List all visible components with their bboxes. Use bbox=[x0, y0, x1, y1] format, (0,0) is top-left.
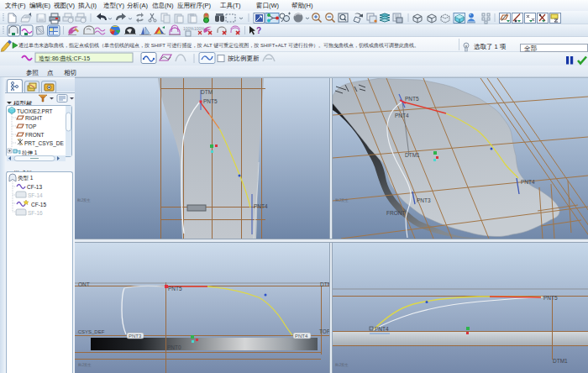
svg-text:SF-16: SF-16 bbox=[28, 210, 43, 216]
svg-text:PNT4: PNT4 bbox=[521, 179, 535, 185]
svg-text:类型 1: 类型 1 bbox=[18, 175, 34, 181]
svg-text:航J发生: 航J发生 bbox=[335, 197, 349, 202]
svg-text:DTM1: DTM1 bbox=[553, 358, 568, 364]
svg-text:TOP: TOP bbox=[25, 123, 36, 129]
svg-text:PNT5: PNT5 bbox=[543, 295, 558, 301]
svg-text:100%: 100% bbox=[183, 26, 194, 31]
svg-text:CF-13: CF-13 bbox=[27, 184, 42, 190]
svg-text:100%: 100% bbox=[194, 26, 205, 31]
svg-text:PNT0: PNT0 bbox=[167, 344, 181, 350]
svg-text:造型:86:曲线:CF-15: 造型:86:曲线:CF-15 bbox=[39, 55, 90, 62]
svg-text:PNT4: PNT4 bbox=[375, 326, 389, 332]
svg-text:FRONT: FRONT bbox=[25, 132, 44, 138]
svg-text:TUOXIE2.PRT: TUOXIE2.PRT bbox=[17, 108, 53, 114]
svg-text:PNT4: PNT4 bbox=[254, 203, 268, 209]
svg-text:PNT3: PNT3 bbox=[129, 334, 142, 339]
svg-text:航J发生: 航J发生 bbox=[335, 362, 349, 367]
svg-text:PNT5: PNT5 bbox=[405, 96, 419, 102]
svg-text:PNT3: PNT3 bbox=[417, 197, 431, 203]
svg-text:FRONT: FRONT bbox=[386, 210, 405, 216]
svg-text:PNT5: PNT5 bbox=[203, 98, 218, 104]
svg-text:RIGHT: RIGHT bbox=[25, 115, 42, 121]
svg-text:PNT4: PNT4 bbox=[395, 113, 409, 118]
svg-text:PNT5: PNT5 bbox=[168, 286, 182, 292]
svg-text:拉伸 1: 拉伸 1 bbox=[22, 150, 38, 155]
svg-text:SF-14: SF-14 bbox=[28, 192, 43, 198]
svg-text:TOP: TOP bbox=[319, 328, 329, 334]
svg-text:DTM: DTM bbox=[320, 281, 329, 287]
svg-text:CF-15: CF-15 bbox=[31, 202, 46, 208]
svg-text:.CSYS_DEF: .CSYS_DEF bbox=[76, 329, 105, 334]
svg-text:DTM: DTM bbox=[201, 89, 213, 95]
svg-text:按比例更新: 按比例更新 bbox=[228, 55, 260, 62]
svg-text:?: ? bbox=[256, 26, 261, 35]
svg-text:航J发生: 航J发生 bbox=[78, 362, 92, 367]
svg-text:航J发生: 航J发生 bbox=[77, 197, 91, 202]
svg-text:DTM1: DTM1 bbox=[405, 152, 420, 158]
svg-text:PRT_CSYS_DE: PRT_CSYS_DE bbox=[24, 140, 65, 147]
svg-text:ONT: ONT bbox=[78, 281, 90, 287]
svg-text:PNT4: PNT4 bbox=[295, 334, 308, 339]
